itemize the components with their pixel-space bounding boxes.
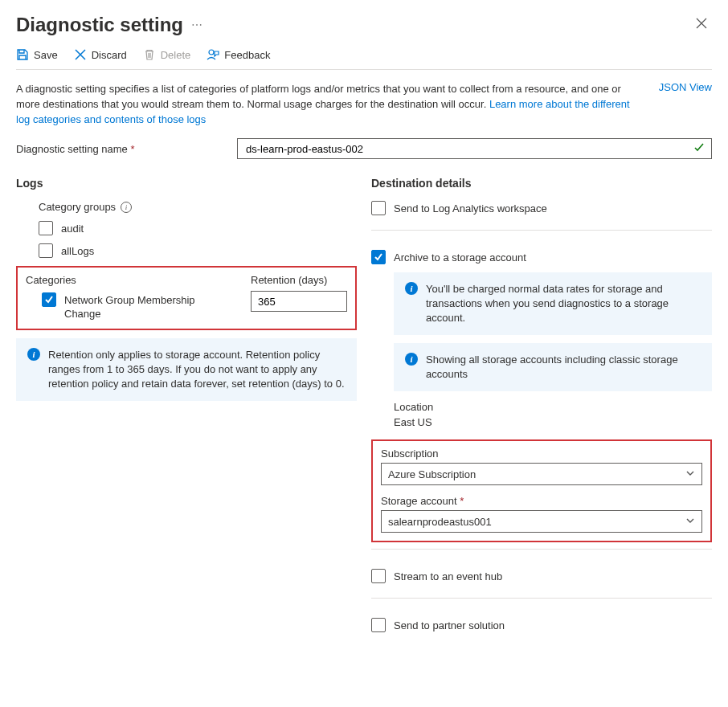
subscription-select[interactable]: Azure Subscription xyxy=(381,463,702,485)
discard-button[interactable]: Discard xyxy=(74,48,127,61)
close-icon xyxy=(696,18,707,29)
info-icon: i xyxy=(27,348,40,361)
storage-fields-highlight: Subscription Azure Subscription Storage … xyxy=(371,439,712,542)
chevron-down-icon xyxy=(685,516,695,528)
storage-account-label: Storage account * xyxy=(381,495,702,507)
eventhub-label: Stream to an event hub xyxy=(394,569,502,583)
delete-button: Delete xyxy=(143,48,191,61)
storage-note-1: i You'll be charged normal data rates fo… xyxy=(394,272,712,335)
feedback-button[interactable]: Feedback xyxy=(207,48,270,61)
destination-heading: Destination details xyxy=(371,177,712,190)
close-button[interactable] xyxy=(691,13,712,37)
alllogs-label: allLogs xyxy=(61,243,94,258)
location-label: Location xyxy=(394,401,712,413)
checkbox-law[interactable] xyxy=(371,201,386,215)
storage-label: Archive to a storage account xyxy=(394,250,526,264)
page-title: Diagnostic setting xyxy=(16,14,183,36)
info-icon[interactable]: i xyxy=(121,202,132,213)
setting-name-input[interactable] xyxy=(244,142,687,156)
audit-label: audit xyxy=(61,221,84,235)
valid-check-icon xyxy=(693,142,705,156)
location-value: East US xyxy=(394,416,712,428)
checkbox-alllogs[interactable] xyxy=(39,243,53,258)
chevron-down-icon xyxy=(685,468,695,480)
retention-input[interactable] xyxy=(251,291,347,312)
save-icon xyxy=(16,48,29,61)
partner-label: Send to partner solution xyxy=(394,618,505,632)
network-group-label: Network Group Membership Change xyxy=(64,292,209,321)
checkbox-partner[interactable] xyxy=(371,618,386,632)
checkbox-storage[interactable] xyxy=(371,250,386,264)
retention-note-box: i Retention only applies to storage acco… xyxy=(16,338,357,401)
logs-heading: Logs xyxy=(16,177,357,190)
delete-icon xyxy=(143,48,156,61)
info-icon: i xyxy=(405,353,418,366)
checkbox-audit[interactable] xyxy=(39,221,53,235)
category-groups-label: Category groups i xyxy=(39,201,357,213)
setting-name-field[interactable] xyxy=(237,138,712,159)
save-button[interactable]: Save xyxy=(16,48,58,61)
checkbox-eventhub[interactable] xyxy=(371,569,386,583)
categories-highlight: Categories Network Group Membership Chan… xyxy=(16,266,357,330)
json-view-link[interactable]: JSON View xyxy=(659,81,712,93)
storage-note-2: i Showing all storage accounts including… xyxy=(394,343,712,391)
info-icon: i xyxy=(405,282,418,295)
subscription-label: Subscription xyxy=(381,447,702,460)
retention-label: Retention (days) xyxy=(251,274,347,286)
description-text: A diagnostic setting specifies a list of… xyxy=(16,81,643,127)
setting-name-label: Diagnostic setting name * xyxy=(16,143,229,155)
storage-account-select[interactable]: salearnprodeastus001 xyxy=(381,510,702,533)
discard-icon xyxy=(74,48,87,61)
more-icon[interactable]: ⋯ xyxy=(191,19,203,31)
categories-label: Categories xyxy=(26,274,243,286)
checkbox-network-group[interactable] xyxy=(42,292,56,307)
law-label: Send to Log Analytics workspace xyxy=(394,201,547,215)
svg-point-0 xyxy=(209,50,214,55)
feedback-icon xyxy=(207,48,219,61)
